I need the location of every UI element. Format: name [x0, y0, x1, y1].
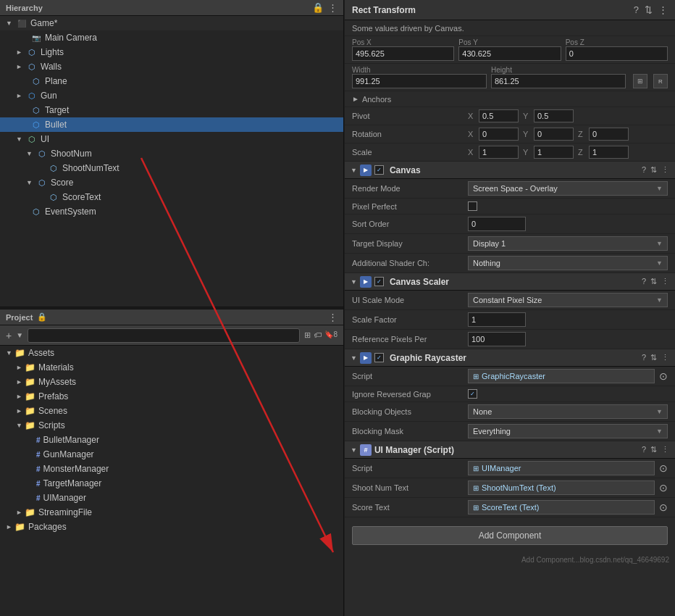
- uim-script-circle-icon[interactable]: ⊙: [659, 462, 668, 474]
- ui-manager-more-icon[interactable]: ⋮: [661, 445, 669, 454]
- score-text-label: Score Text: [352, 503, 468, 512]
- project-item-bulletmanager[interactable]: # BulletManager: [0, 433, 343, 447]
- hierarchy-item-scoretext[interactable]: ⬡ ScoreText: [0, 190, 343, 204]
- hierarchy-item-eventsystem[interactable]: ⬡ EventSystem: [0, 204, 343, 219]
- project-item-targetmanager[interactable]: # TargetManager: [0, 476, 343, 491]
- hierarchy-item-bullet[interactable]: ⬡ Bullet: [0, 117, 343, 132]
- graphic-raycaster-section-header[interactable]: ▼ ▶ Graphic Raycaster ? ⇅ ⋮: [345, 349, 675, 367]
- canvas-question-icon[interactable]: ?: [642, 165, 646, 175]
- ui-manager-section-header[interactable]: ▼ # UI Manager (Script) ? ⇅ ⋮: [345, 441, 675, 459]
- graphic-raycaster-question-icon[interactable]: ?: [642, 353, 646, 362]
- graphic-raycaster-more-icon[interactable]: ⋮: [661, 353, 669, 362]
- canvas-scaler-section-header[interactable]: ▼ ▶ Canvas Scaler ? ⇅ ⋮: [345, 273, 675, 291]
- more-icon-project[interactable]: ⋮: [328, 312, 338, 322]
- hierarchy-item-score[interactable]: ▼ ⬡ Score: [0, 175, 343, 190]
- hierarchy-label-ui: UI: [41, 134, 49, 144]
- ui-manager-question-icon[interactable]: ?: [642, 445, 646, 454]
- scale-z-input[interactable]: [589, 146, 629, 159]
- dropdown-arrow-project[interactable]: ▼: [16, 331, 23, 339]
- render-mode-dropdown[interactable]: Screen Space - Overlay ▼: [468, 181, 668, 196]
- score-text-ref[interactable]: ⊞ ScoreText (Text): [468, 500, 655, 515]
- project-item-gunmanager[interactable]: # GunManager: [0, 447, 343, 462]
- pivot-y-input[interactable]: [534, 109, 574, 122]
- question-icon[interactable]: ?: [634, 4, 639, 15]
- project-label-materials: Materials: [38, 362, 74, 372]
- grid-icon[interactable]: ⊞: [304, 330, 311, 340]
- hierarchy-item-shootnum[interactable]: ▼ ⬡ ShootNum: [0, 146, 343, 161]
- hierarchy-item-walls[interactable]: ► ⬡ Walls: [0, 59, 343, 74]
- pixel-perfect-checkbox[interactable]: [468, 201, 477, 211]
- scale-x-input[interactable]: [479, 146, 519, 159]
- hierarchy-label-score: Score: [51, 178, 73, 188]
- height-input[interactable]: [491, 74, 626, 88]
- scale-y-input[interactable]: [534, 146, 574, 159]
- folder-myassets-icon: 📁: [25, 377, 35, 387]
- gr-ignore-checkbox[interactable]: [468, 389, 477, 399]
- more-icon-inspector[interactable]: ⋮: [658, 4, 668, 15]
- sort-order-input[interactable]: [468, 217, 526, 231]
- tag-icon[interactable]: 🏷: [314, 330, 322, 340]
- canvas-scaler-settings-icon[interactable]: ⇅: [650, 277, 657, 286]
- add-component-button[interactable]: Add Component: [352, 526, 668, 545]
- shoot-num-text-ref[interactable]: ⊞ ShootNumText (Text): [468, 480, 655, 495]
- gr-script-circle-icon[interactable]: ⊙: [659, 370, 668, 382]
- canvas-settings-icon[interactable]: ⇅: [650, 165, 657, 175]
- canvas-section-header[interactable]: ▼ ▶ Canvas ? ⇅ ⋮: [345, 162, 675, 179]
- canvas-scaler-question-icon[interactable]: ?: [642, 277, 646, 286]
- hierarchy-item-gun[interactable]: ► ⬡ Gun: [0, 88, 343, 103]
- project-item-prefabs[interactable]: ► 📁 Prefabs: [0, 389, 343, 404]
- shoot-num-circle-icon[interactable]: ⊙: [659, 482, 668, 494]
- pos-y-input[interactable]: [458, 46, 561, 61]
- hierarchy-item-shotnumtext[interactable]: ⬡ ShootNumText: [0, 161, 343, 175]
- project-item-scenes[interactable]: ► 📁 Scenes: [0, 404, 343, 418]
- more-icon[interactable]: ⋮: [328, 2, 338, 13]
- uim-script-ref[interactable]: ⊞ UIManager: [468, 461, 655, 475]
- graphic-raycaster-enable-checkbox[interactable]: [374, 353, 384, 362]
- rotation-x-input[interactable]: [479, 128, 519, 141]
- width-input[interactable]: [352, 74, 487, 88]
- hierarchy-item-ui[interactable]: ▼ ⬡ UI: [0, 132, 343, 146]
- scale-factor-input[interactable]: [468, 312, 526, 327]
- project-search-input[interactable]: [28, 328, 300, 343]
- project-item-materials[interactable]: ► 📁 Materials: [0, 360, 343, 375]
- project-item-scripts[interactable]: ▼ 📁 Scripts: [0, 418, 343, 433]
- project-item-assets[interactable]: ▼ 📁 Assets: [0, 346, 343, 360]
- hierarchy-item-plane[interactable]: ⬡ Plane: [0, 74, 343, 88]
- project-item-monstermanager[interactable]: # MonsterManager: [0, 462, 343, 476]
- canvas-enable-checkbox[interactable]: [374, 165, 384, 175]
- project-item-streamingfile[interactable]: ► 📁 StreamingFile: [0, 505, 343, 520]
- project-item-uimanager[interactable]: # UIManager: [0, 491, 343, 505]
- additional-shader-dropdown[interactable]: Nothing ▼: [468, 256, 668, 270]
- pos-x-input[interactable]: [352, 46, 454, 61]
- gr-blocking-mask-dropdown[interactable]: Everything ▼: [468, 424, 668, 438]
- pixel-perfect-row: Pixel Perfect: [345, 199, 675, 215]
- canvas-more-icon[interactable]: ⋮: [661, 165, 669, 175]
- gr-blocking-objects-dropdown[interactable]: None ▼: [468, 404, 668, 419]
- hierarchy-item-target[interactable]: ⬡ Target: [0, 103, 343, 117]
- canvas-scaler-more-icon[interactable]: ⋮: [661, 277, 669, 286]
- anchor-btn-1[interactable]: ⊞: [633, 74, 647, 88]
- ui-manager-settings-icon[interactable]: ⇅: [650, 445, 657, 454]
- rotation-y-input[interactable]: [534, 128, 574, 141]
- canvas-scaler-enable-checkbox[interactable]: [374, 277, 384, 286]
- hierarchy-item-game[interactable]: ▼ ⬛ Game*: [0, 16, 343, 30]
- settings-icon[interactable]: ⇅: [645, 4, 653, 15]
- hierarchy-item-main-camera[interactable]: 📷 Main Camera: [0, 30, 343, 45]
- target-display-dropdown[interactable]: Display 1 ▼: [468, 236, 668, 251]
- project-header: Project 🔒 ⋮: [0, 309, 343, 325]
- ui-scale-dropdown[interactable]: Constant Pixel Size ▼: [468, 293, 668, 307]
- project-item-packages[interactable]: ► 📁 Packages: [0, 520, 343, 534]
- hierarchy-item-lights[interactable]: ► ⬡ Lights: [0, 45, 343, 59]
- ref-pixels-input[interactable]: [468, 332, 526, 346]
- gr-blocking-mask-label: Blocking Mask: [352, 427, 468, 436]
- filter-icon[interactable]: 🔖8: [324, 330, 338, 340]
- rotation-z-input[interactable]: [589, 128, 629, 141]
- pivot-x-input[interactable]: [479, 109, 519, 122]
- project-item-myassets[interactable]: ► 📁 MyAssets: [0, 375, 343, 389]
- anchor-btn-2[interactable]: R: [653, 74, 668, 88]
- plus-icon[interactable]: +: [6, 330, 12, 341]
- score-circle-icon[interactable]: ⊙: [659, 501, 668, 513]
- gr-script-ref[interactable]: ⊞ GraphicRaycaster: [468, 369, 655, 383]
- graphic-raycaster-settings-icon[interactable]: ⇅: [650, 353, 657, 362]
- pos-z-input[interactable]: [566, 46, 668, 61]
